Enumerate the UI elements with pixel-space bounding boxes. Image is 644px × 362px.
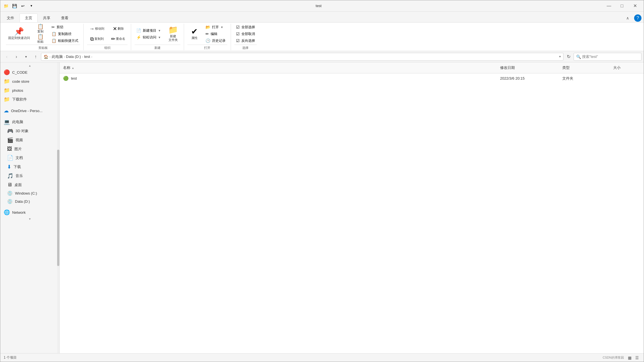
open-btns: ✔ 属性 📂 打开 ▼ ✏ 编辑 (187, 24, 227, 44)
close-button[interactable]: ✕ (628, 0, 641, 12)
tab-home[interactable]: 主页 (20, 14, 38, 22)
pin-button[interactable]: 📌 固定到快速访问 (6, 24, 32, 44)
col-name[interactable]: 名称 ▲ (60, 64, 497, 71)
address-expand[interactable]: ▾ (559, 55, 561, 58)
sidebar-item-video[interactable]: 🎬 视频 (0, 136, 59, 145)
up-button[interactable]: ↑ (31, 53, 40, 61)
sidebar-item-documents[interactable]: 📄 文档 (0, 153, 59, 162)
move-icon: → (89, 26, 94, 31)
save-icon[interactable]: 💾 (11, 3, 18, 9)
paste-button[interactable]: 📋 粘贴 (33, 34, 47, 44)
list-view-button[interactable]: ☰ (634, 354, 640, 361)
organize-label: 组织 (87, 45, 127, 50)
sidebar-item-this-pc[interactable]: 💻 此电脑 (0, 117, 59, 127)
new-folder-button[interactable]: 📁 新建 文件夹 (166, 24, 180, 44)
edit-button[interactable]: ✏ 编辑 (204, 31, 219, 37)
scissors-icon: ✂ (51, 25, 55, 29)
col-type[interactable]: 类型 (559, 64, 610, 71)
sidebar-item-label-documents: 文档 (16, 155, 23, 160)
select-group: ☑ 全部选择 ☑ 全部取消 ☑ 反向选择 选择 (231, 24, 260, 50)
undo-icon[interactable]: ↩ (20, 3, 26, 9)
cut-button[interactable]: ✂ 剪切 (50, 24, 65, 30)
col-modified[interactable]: 修改日期 (497, 64, 559, 71)
sidebar-item-label-c-code: C_CODE (12, 70, 27, 75)
sidebar-item-downloads[interactable]: ⬇ 下载 (0, 162, 59, 171)
easy-access-button[interactable]: ⚡ 轻松访问 ▼ (135, 34, 163, 41)
folder-icon[interactable]: 📁 (3, 3, 9, 9)
paste-shortcut-label: 粘贴快捷方式 (58, 38, 78, 43)
copy-path-button[interactable]: 📋 复制路径 (50, 31, 73, 37)
sidebar-item-label-photos: photos (12, 88, 23, 93)
open-button[interactable]: 📂 打开 ▼ (204, 24, 225, 30)
deselect-all-label: 全部取消 (241, 32, 255, 36)
properties-icon: ✔ (191, 28, 198, 36)
history-button[interactable]: 🕒 历史记录 (204, 38, 227, 44)
edit-icon: ✏ (206, 32, 209, 36)
forward-button[interactable]: › (12, 53, 21, 61)
tab-share[interactable]: 共享 (38, 14, 56, 22)
search-bar[interactable]: 🔍 (574, 53, 641, 61)
scroll-down-indicator[interactable]: ▼ (0, 217, 59, 221)
address-pc: 此电脑 (52, 54, 63, 59)
file-name-cell: 🟢 test (60, 74, 497, 83)
file-sync-icon: 🟢 (63, 76, 69, 81)
sidebar-item-windows-c[interactable]: 💿 Windows (C:) (0, 189, 59, 197)
sidebar-item-c-code[interactable]: 🔴 C_CODE (0, 68, 59, 77)
table-row[interactable]: 🟢 test 2022/3/6 20:15 文件夹 (60, 73, 644, 83)
deselect-all-button[interactable]: ☑ 全部取消 (234, 31, 257, 37)
tab-view[interactable]: 查看 (56, 14, 74, 22)
sidebar-item-desktop[interactable]: 🖥 桌面 (0, 180, 59, 189)
rename-button[interactable]: ✏ 重命名 (109, 34, 127, 44)
address-bar[interactable]: 🏠 › 此电脑 › Data (D:) › test › ▾ (41, 53, 563, 61)
recent-button[interactable]: ▾ (22, 53, 30, 61)
paste-label: 粘贴 (37, 40, 44, 43)
copy-label: 复制 (37, 30, 44, 33)
refresh-button[interactable]: ↻ (565, 53, 572, 61)
sidebar-item-3d-objects[interactable]: 🎮 3D 对象 (0, 127, 59, 136)
sidebar-item-music[interactable]: 🎵 音乐 (0, 171, 59, 180)
copy-to-label: 复制到 (94, 37, 104, 41)
search-input[interactable] (582, 54, 639, 59)
new-item-button[interactable]: 📄 新建项目 ▼ (135, 27, 163, 34)
rename-icon: ✏ (111, 36, 115, 42)
sidebar-item-label-windows-c: Windows (C:) (15, 191, 37, 195)
dropdown-arrow[interactable]: ▼ (28, 3, 35, 9)
minimize-button[interactable]: — (602, 0, 615, 12)
address-drive: Data (D:) (66, 54, 81, 59)
sidebar-item-pictures[interactable]: 🖼 图片 (0, 145, 59, 153)
status-bar: 1 个项目 CSDN的博客园 ▦ ☰ (0, 353, 644, 362)
data-d-icon: 💿 (7, 199, 13, 204)
invert-selection-button[interactable]: ☑ 反向选择 (234, 38, 257, 44)
maximize-button[interactable]: □ (615, 0, 628, 12)
properties-button[interactable]: ✔ 属性 (187, 24, 202, 44)
scroll-up-indicator[interactable]: ▲ (0, 64, 59, 68)
copy-button[interactable]: 📋 复制 (33, 24, 47, 34)
title-bar: 📁 💾 ↩ ▼ test — □ ✕ (0, 0, 644, 12)
clipboard-small-btns: ✂ 剪切 📋 复制路径 📋 粘贴快捷方式 (50, 24, 80, 44)
paste-shortcut-button[interactable]: 📋 粘贴快捷方式 (50, 38, 80, 44)
clipboard-label: 剪贴板 (6, 45, 80, 50)
sidebar-item-data-d[interactable]: 💿 Data (D:) (0, 197, 59, 206)
quick-access-toolbar: 📁 💾 ↩ ▼ (3, 3, 35, 9)
ribbon-collapse-btn[interactable]: ∧ (623, 14, 632, 22)
sidebar-item-photos[interactable]: 📁 photos (0, 86, 59, 95)
copy-path-label: 复制路径 (58, 32, 72, 36)
file-list-header: 名称 ▲ 修改日期 类型 大小 (60, 62, 644, 73)
back-button[interactable]: ‹ (3, 53, 11, 61)
download-software-icon: 📁 (4, 96, 10, 103)
col-size[interactable]: 大小 (610, 64, 644, 71)
sidebar-item-download-software[interactable]: 📁 下载软件 (0, 95, 59, 104)
sidebar-item-code-store[interactable]: 📁 code store (0, 77, 59, 86)
copy-to-button[interactable]: ⧉ 复制到 (87, 34, 107, 44)
tab-file[interactable]: 文件 (1, 14, 20, 22)
select-all-button[interactable]: ☑ 全部选择 (234, 24, 257, 30)
sidebar-item-onedrive[interactable]: ☁ OneDrive - Perso... (0, 106, 59, 115)
delete-button[interactable]: ✕ 删除 (109, 24, 127, 34)
sidebar-item-label-network: Network (12, 210, 26, 215)
grid-view-button[interactable]: ▦ (626, 354, 633, 361)
sidebar-scrollbar-thumb[interactable] (57, 150, 59, 266)
sidebar-item-label-code-store: code store (12, 79, 29, 84)
move-to-button[interactable]: → 移动到 (87, 24, 107, 34)
sidebar-item-network[interactable]: 🌐 Network (0, 208, 59, 217)
help-btn[interactable]: ? (634, 14, 641, 22)
